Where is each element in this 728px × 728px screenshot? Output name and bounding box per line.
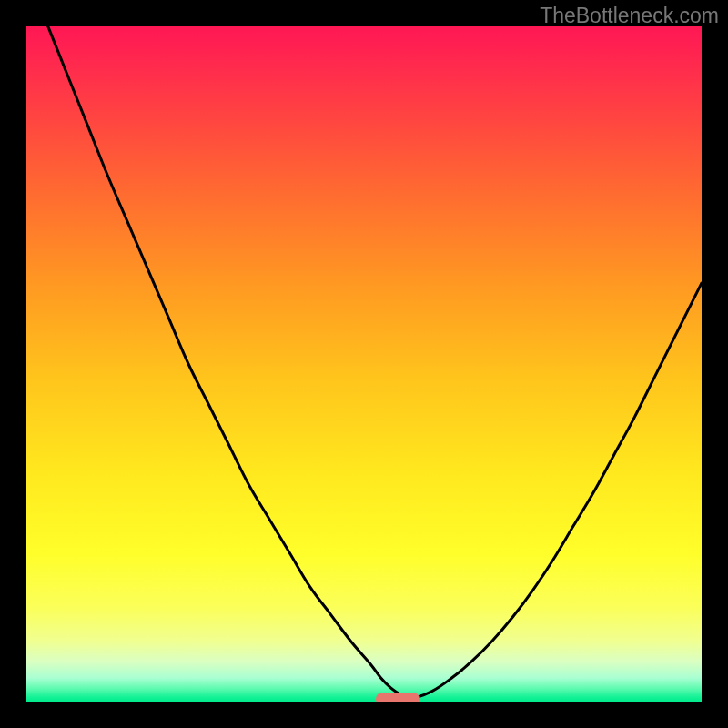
optimal-point-marker xyxy=(376,693,420,702)
bottleneck-curve xyxy=(26,26,702,702)
watermark-label: TheBottleneck.com xyxy=(540,4,719,28)
chart-container: TheBottleneck.com xyxy=(0,0,728,728)
plot-area xyxy=(26,26,702,702)
